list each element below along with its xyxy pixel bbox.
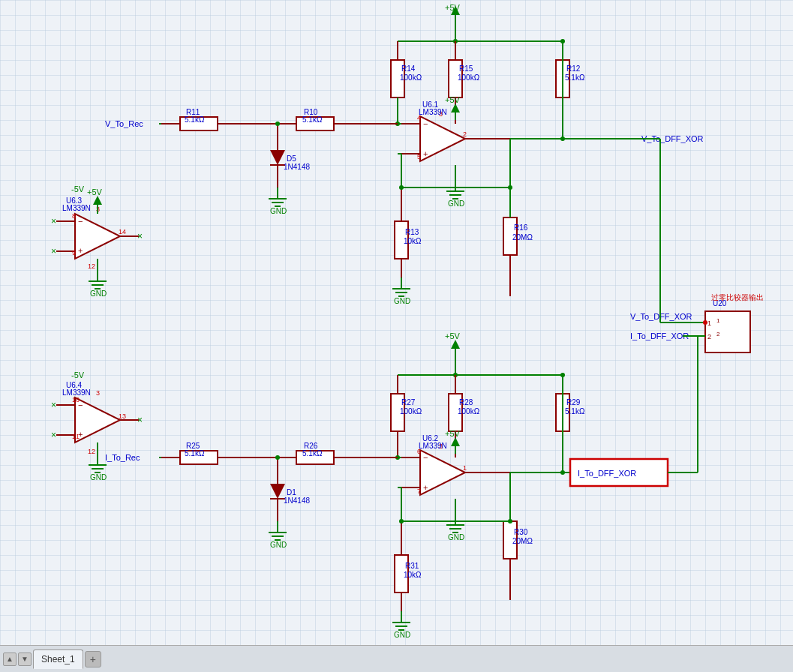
v-to-rec-label: V_To_Rec: [105, 119, 143, 128]
svg-text:100kΩ: 100kΩ: [400, 74, 422, 82]
svg-text:−: −: [78, 217, 83, 226]
circuit-svg: +5V R14 100kΩ R15 100kΩ +5V − + 4: [0, 0, 793, 645]
svg-text:GND: GND: [394, 297, 410, 305]
svg-point-40: [560, 39, 565, 44]
tab-bar: ▲ ▼ Sheet_1 +: [0, 645, 793, 672]
svg-text:5.1kΩ: 5.1kΩ: [185, 116, 205, 124]
svg-text:×: ×: [137, 415, 143, 425]
svg-marker-109: [93, 196, 102, 205]
svg-marker-135: [451, 437, 460, 446]
svg-text:13: 13: [119, 412, 126, 420]
svg-text:9: 9: [72, 249, 76, 256]
svg-text:2: 2: [463, 130, 467, 138]
svg-text:20MΩ: 20MΩ: [512, 537, 533, 545]
svg-text:+: +: [423, 149, 428, 158]
svg-text:-5V: -5V: [71, 184, 85, 194]
svg-text:×: ×: [51, 216, 56, 226]
svg-text:+: +: [78, 430, 83, 439]
svg-text:GND: GND: [90, 290, 107, 298]
svg-text:5: 5: [417, 153, 421, 160]
svg-text:5.1kΩ: 5.1kΩ: [565, 407, 585, 416]
svg-text:1: 1: [707, 320, 711, 327]
svg-text:+5V: +5V: [445, 429, 461, 438]
svg-text:GND: GND: [448, 533, 464, 542]
svg-text:×: ×: [51, 400, 56, 410]
svg-text:2: 2: [716, 331, 720, 338]
svg-text:+5V: +5V: [445, 332, 461, 340]
svg-text:+5V: +5V: [445, 95, 461, 104]
svg-text:1N4148: 1N4148: [284, 496, 310, 505]
svg-text:LM339N: LM339N: [419, 108, 447, 116]
svg-marker-119: [451, 340, 460, 349]
svg-text:+5V: +5V: [87, 188, 103, 196]
svg-text:×: ×: [51, 430, 56, 440]
i-to-dff-xor-box-label: I_To_DFF_XOR: [578, 469, 636, 478]
svg-point-66: [275, 122, 280, 126]
svg-text:+: +: [423, 483, 428, 492]
svg-text:R16: R16: [514, 224, 528, 232]
svg-point-209: [399, 519, 404, 524]
svg-rect-233: [705, 311, 750, 352]
svg-text:GND: GND: [270, 541, 287, 549]
svg-marker-17: [451, 104, 460, 112]
svg-text:7: 7: [417, 488, 421, 495]
schematic-canvas: +5V R14 100kΩ R15 100kΩ +5V − + 4: [0, 0, 793, 645]
svg-text:+5V: +5V: [445, 3, 461, 12]
svg-text:5.1kΩ: 5.1kΩ: [302, 449, 323, 458]
svg-point-90: [399, 185, 404, 190]
svg-text:−: −: [423, 119, 428, 128]
svg-text:12: 12: [88, 448, 95, 455]
svg-text:100kΩ: 100kΩ: [458, 74, 480, 82]
svg-text:LM339N: LM339N: [62, 388, 91, 397]
tab-nav-down[interactable]: ▼: [18, 652, 32, 666]
tab-sheet1[interactable]: Sheet_1: [33, 650, 83, 669]
svg-text:12: 12: [88, 262, 95, 270]
svg-text:−: −: [78, 400, 83, 410]
svg-text:−: −: [423, 453, 428, 462]
svg-text:D5: D5: [287, 154, 296, 163]
svg-text:×: ×: [137, 231, 143, 242]
svg-text:GND: GND: [90, 473, 107, 482]
svg-text:I_To_DFF_XOR: I_To_DFF_XOR: [630, 332, 689, 340]
svg-text:-5V: -5V: [71, 370, 85, 380]
svg-text:8: 8: [72, 212, 76, 220]
svg-text:过零比较器输出: 过零比较器输出: [711, 293, 764, 302]
svg-marker-175: [270, 484, 285, 499]
svg-text:GND: GND: [270, 207, 287, 215]
svg-text:14: 14: [119, 228, 126, 236]
tab-add-button[interactable]: +: [85, 651, 101, 668]
svg-text:R30: R30: [514, 528, 528, 536]
svg-text:10kΩ: 10kΩ: [404, 571, 422, 579]
svg-text:V_To_DFF_XOR: V_To_DFF_XOR: [630, 312, 692, 321]
svg-text:D1: D1: [287, 488, 296, 496]
svg-point-92: [508, 185, 512, 190]
svg-text:R31: R31: [405, 562, 419, 570]
svg-point-160: [560, 373, 565, 377]
svg-text:R12: R12: [566, 64, 581, 73]
svg-text:5.1kΩ: 5.1kΩ: [302, 116, 323, 124]
svg-text:GND: GND: [448, 200, 464, 208]
svg-text:GND: GND: [394, 631, 410, 639]
tab-nav-up[interactable]: ▲: [3, 652, 17, 666]
svg-text:+: +: [78, 246, 83, 255]
i-to-rec-label: I_To_Rec: [105, 453, 140, 462]
svg-point-185: [275, 455, 280, 460]
svg-text:1: 1: [463, 464, 467, 472]
svg-text:1: 1: [716, 317, 720, 324]
svg-marker-56: [270, 150, 285, 165]
svg-text:20MΩ: 20MΩ: [512, 233, 533, 242]
svg-text:100kΩ: 100kΩ: [458, 407, 480, 416]
svg-text:R13: R13: [405, 228, 419, 236]
svg-text:3: 3: [96, 389, 100, 397]
svg-text:5.1kΩ: 5.1kΩ: [185, 449, 205, 458]
svg-text:100kΩ: 100kΩ: [400, 407, 422, 416]
svg-text:1N4148: 1N4148: [284, 163, 310, 171]
svg-text:2: 2: [707, 333, 711, 340]
svg-point-210: [508, 519, 512, 524]
svg-text:R28: R28: [459, 398, 473, 406]
svg-text:R27: R27: [401, 398, 416, 406]
svg-text:LM339N: LM339N: [419, 442, 447, 450]
svg-text:LM339N: LM339N: [62, 204, 91, 212]
svg-text:10kΩ: 10kΩ: [404, 237, 422, 245]
svg-text:5.1kΩ: 5.1kΩ: [565, 74, 585, 82]
